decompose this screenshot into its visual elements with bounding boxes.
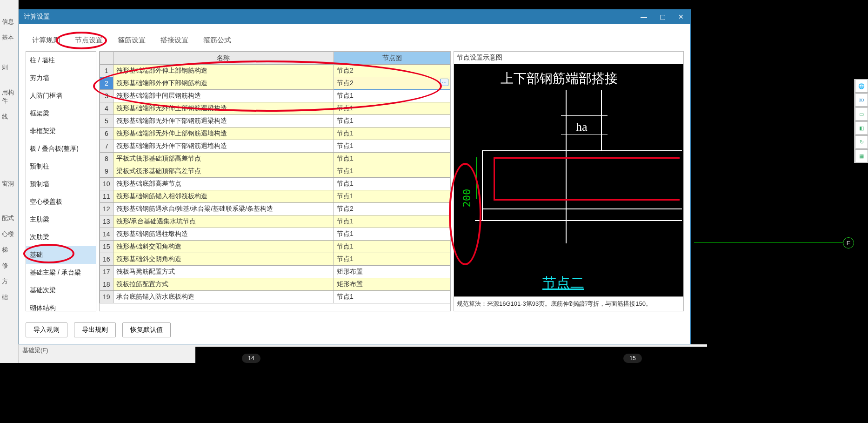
sidebar-item-precast-wall[interactable]: 预制墙 xyxy=(26,175,96,193)
export-rules-button[interactable]: 导出规则 xyxy=(74,322,116,337)
row-node-value[interactable]: 节点1 xyxy=(334,291,450,303)
row-number: 15 xyxy=(100,241,114,253)
row-node-value[interactable]: 节点1 xyxy=(334,128,450,140)
preview-title: 节点设置示意图 xyxy=(454,52,683,64)
table-row[interactable]: 18筏板拉筋配置方式矩形布置 xyxy=(100,278,450,291)
table-row[interactable]: 13筏形/承台基础遇集水坑节点节点1 xyxy=(100,215,450,228)
table-row[interactable]: 2筏形基础端部外伸下部钢筋构造节点2⋯ xyxy=(100,77,450,90)
left-panel-item: 配式 xyxy=(0,210,18,226)
table-row[interactable]: 9梁板式筏形基础顶部高差节点节点1 xyxy=(100,165,450,178)
preview-heading: 上下部钢筋端部搭接 xyxy=(501,70,618,87)
grid-icon[interactable]: ▦ xyxy=(855,149,868,162)
row-node-value[interactable]: 节点1 xyxy=(334,215,450,228)
sidebar-item-foundation[interactable]: 基础 xyxy=(26,246,96,264)
row-node-value[interactable]: 节点1 xyxy=(334,190,450,203)
sidebar-item-precast-column[interactable]: 预制柱 xyxy=(26,158,96,175)
sidebar-item-doorframe[interactable]: 人防门框墙 xyxy=(26,87,96,105)
left-panel-item: 础 xyxy=(0,289,18,305)
table-row[interactable]: 17筏板马凳筋配置方式矩形布置 xyxy=(100,266,450,278)
row-node-value[interactable]: 节点1 xyxy=(334,241,450,253)
ruler-marker-14[interactable]: 14 xyxy=(242,354,260,363)
refresh-icon[interactable]: ↻ xyxy=(855,135,868,148)
row-node-value[interactable]: 节点1 xyxy=(334,140,450,153)
close-button[interactable]: ✕ xyxy=(672,10,690,24)
row-node-value[interactable]: 节点2⋯ xyxy=(334,77,450,90)
table-row[interactable]: 4筏形基础端部无外伸上部钢筋遇梁构造节点1 xyxy=(100,102,450,115)
left-panel-item: 心楼 xyxy=(0,226,18,242)
sidebar-item-sub-rib[interactable]: 次肋梁 xyxy=(26,228,96,246)
table-row[interactable]: 19承台底筋锚入防水底板构造节点1 xyxy=(100,291,450,303)
maximize-button[interactable]: ▢ xyxy=(653,10,672,24)
row-node-value[interactable]: 节点1 xyxy=(334,102,450,115)
restore-default-button[interactable]: 恢复默认值 xyxy=(122,322,171,337)
dialog-title: 计算设置 xyxy=(24,13,50,21)
minimize-button[interactable]: — xyxy=(634,10,653,24)
row-name: 筏形/承台基础遇集水坑节点 xyxy=(113,215,334,228)
tab-lap-settings[interactable]: 搭接设置 xyxy=(154,33,195,47)
ruler-marker-15[interactable]: 15 xyxy=(623,354,642,363)
table-row[interactable]: 14筏形基础钢筋遇柱墩构造节点1 xyxy=(100,228,450,241)
left-panel-item: 梯 xyxy=(0,242,18,258)
row-node-value[interactable]: 节点2 xyxy=(334,65,450,77)
row-number: 16 xyxy=(100,253,114,266)
sidebar-item-nonframe-beam[interactable]: 非框架梁 xyxy=(26,122,96,140)
tab-bar: 计算规则 节点设置 箍筋设置 搭接设置 箍筋公式 xyxy=(19,24,690,51)
row-name: 筏形基础钢筋遇承台/独基/承台梁/基础联系梁/条基构造 xyxy=(113,203,334,215)
table-row[interactable]: 7筏形基础端部无外伸下部钢筋遇墙构造节点1 xyxy=(100,140,450,153)
table-row[interactable]: 6筏形基础端部无外伸上部钢筋遇墙构造节点1 xyxy=(100,128,450,140)
row-name: 承台底筋锚入防水底板构造 xyxy=(113,291,334,303)
row-node-value[interactable]: 节点1 xyxy=(334,228,450,241)
tab-stirrup-settings[interactable]: 箍筋设置 xyxy=(111,33,152,47)
row-node-value[interactable]: 节点1 xyxy=(334,178,450,190)
cube-front-icon[interactable]: ▭ xyxy=(855,107,868,121)
sidebar-item-shearwall[interactable]: 剪力墙 xyxy=(26,69,96,87)
row-node-value[interactable]: 节点1 xyxy=(334,253,450,266)
row-name: 筏形基础端部无外伸下部钢筋遇梁构造 xyxy=(113,115,334,128)
globe-icon[interactable]: 🌐 xyxy=(855,80,868,93)
cube-iso-icon[interactable]: ◧ xyxy=(855,121,868,134)
left-panel-item: 信息 xyxy=(0,14,18,30)
sidebar-item-foundation-beam[interactable]: 基础主梁 / 承台梁 xyxy=(26,264,96,282)
table-row[interactable]: 1筏形基础端部外伸上部钢筋构造节点2 xyxy=(100,65,450,77)
table-row[interactable]: 5筏形基础端部无外伸下部钢筋遇梁构造节点1 xyxy=(100,115,450,128)
left-panel-item: 修 xyxy=(0,258,18,274)
tab-calc-rules[interactable]: 计算规则 xyxy=(26,33,67,47)
row-number: 12 xyxy=(100,203,114,215)
row-name: 筏形基础钢筋锚入相邻筏板构造 xyxy=(113,190,334,203)
row-node-value[interactable]: 节点1 xyxy=(334,165,450,178)
sidebar-item-hollow-slab[interactable]: 空心楼盖板 xyxy=(26,193,96,211)
sidebar-item-main-rib[interactable]: 主肋梁 xyxy=(26,211,96,228)
table-row[interactable]: 15筏形基础斜交阳角构造节点1 xyxy=(100,241,450,253)
row-number: 1 xyxy=(100,65,114,77)
row-node-value[interactable]: 节点1 xyxy=(334,153,450,165)
col-name: 名称 xyxy=(113,52,334,65)
import-rules-button[interactable]: 导入规则 xyxy=(26,322,67,337)
row-node-value[interactable]: 节点1 xyxy=(334,90,450,102)
table-row[interactable]: 10筏形基础底部高差节点节点1 xyxy=(100,178,450,190)
row-node-value[interactable]: 节点1 xyxy=(334,115,450,128)
sidebar-item-foundation-sub-beam[interactable]: 基础次梁 xyxy=(26,282,96,299)
sidebar-item-slab[interactable]: 板 / 叠合板(整厚) xyxy=(26,140,96,158)
ellipsis-button[interactable]: ⋯ xyxy=(440,79,448,86)
calculation-settings-dialog: 计算设置 — ▢ ✕ 计算规则 节点设置 箍筋设置 搭接设置 箍筋公式 柱 / … xyxy=(19,9,691,344)
table-row[interactable]: 3筏形基础端部中间层钢筋构造节点1 xyxy=(100,90,450,102)
row-node-value[interactable]: 矩形布置 xyxy=(334,278,450,291)
node-label: 节点二 xyxy=(542,274,584,293)
table-row[interactable]: 8平板式筏形基础顶部高差节点节点1 xyxy=(100,153,450,165)
3d-icon[interactable]: 3D xyxy=(855,94,868,107)
sidebar-item-frame-beam[interactable]: 框架梁 xyxy=(26,105,96,122)
tab-stirrup-formula[interactable]: 箍筋公式 xyxy=(197,33,238,47)
table-row[interactable]: 16筏形基础斜交阴角构造节点1 xyxy=(100,253,450,266)
row-name: 筏形基础端部中间层钢筋构造 xyxy=(113,90,334,102)
table-row[interactable]: 12筏形基础钢筋遇承台/独基/承台梁/基础联系梁/条基构造节点2 xyxy=(100,203,450,215)
row-name: 平板式筏形基础顶部高差节点 xyxy=(113,153,334,165)
row-number: 10 xyxy=(100,178,114,190)
dim-200: 200 xyxy=(461,189,473,208)
sidebar-item-column[interactable]: 柱 / 墙柱 xyxy=(26,52,96,69)
sidebar-item-masonry[interactable]: 砌体结构 xyxy=(26,299,96,311)
table-row[interactable]: 11筏形基础钢筋锚入相邻筏板构造节点1 xyxy=(100,190,450,203)
row-node-value[interactable]: 矩形布置 xyxy=(334,266,450,278)
row-node-value[interactable]: 节点2 xyxy=(334,203,450,215)
row-name: 梁板式筏形基础顶部高差节点 xyxy=(113,165,334,178)
tab-node-settings[interactable]: 节点设置 xyxy=(68,33,109,47)
